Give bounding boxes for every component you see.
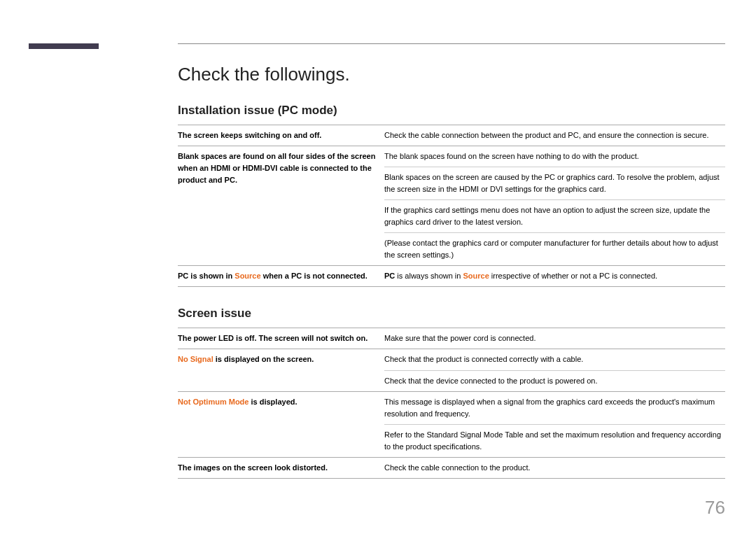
pc-keyword: PC <box>384 272 395 280</box>
issue-label: The images on the screen look distorted. <box>178 462 384 474</box>
solution-text: Check the cable connection to the produc… <box>384 462 725 474</box>
solution-text: (Please contact the graphics card or com… <box>384 232 725 261</box>
table-row: Blank spaces are found on all four sides… <box>178 146 725 265</box>
solution-text: PC is always shown in Source irrespectiv… <box>384 270 725 282</box>
source-keyword: Source <box>463 272 489 280</box>
issue-label: Blank spaces are found on all four sides… <box>178 150 384 261</box>
highlight-keyword: No Signal <box>178 355 214 363</box>
issue-label: No Signal is displayed on the screen. <box>178 353 384 386</box>
issue-label: PC is shown in Source when a PC is not c… <box>178 270 384 282</box>
issue-label: The screen keeps switching on and off. <box>178 129 384 141</box>
section-heading-installation: Installation issue (PC mode) <box>178 104 725 118</box>
highlight-keyword: Not Optimum Mode <box>178 398 248 406</box>
text: is displayed. <box>248 398 297 406</box>
source-keyword: Source <box>234 272 260 280</box>
page-number: 76 <box>705 497 725 519</box>
text: when a PC is not connected. <box>261 272 368 280</box>
solution-text: This message is displayed when a signal … <box>384 396 725 420</box>
text: PC is shown in <box>178 272 234 280</box>
solution-text: Blank spaces on the screen are caused by… <box>384 167 725 195</box>
solution-text: Check that the product is connected corr… <box>384 353 725 365</box>
solution-text: Refer to the Standard Signal Mode Table … <box>384 424 725 453</box>
text: is displayed on the screen. <box>214 355 314 363</box>
issue-solution: Check the cable connection between the p… <box>384 129 725 141</box>
issue-solution: Make sure that the power cord is connect… <box>384 332 725 344</box>
header-accent-bar <box>29 43 99 49</box>
issue-label: The power LED is off. The screen will no… <box>178 332 384 344</box>
solution-text: Make sure that the power cord is connect… <box>384 332 725 344</box>
solution-text: The blank spaces found on the screen hav… <box>384 150 725 162</box>
solution-text: Check that the device connected to the p… <box>384 370 725 387</box>
table-row: Not Optimum Mode is displayed. This mess… <box>178 391 725 457</box>
solution-text: Check the cable connection between the p… <box>384 129 725 141</box>
solution-text: If the graphics card settings menu does … <box>384 199 725 228</box>
issue-solution: Check that the product is connected corr… <box>384 353 725 386</box>
issue-solution: The blank spaces found on the screen hav… <box>384 150 725 261</box>
page-title: Check the followings. <box>178 64 725 85</box>
text: is always shown in <box>395 272 463 280</box>
text: irrespective of whether or not a PC is c… <box>489 272 657 280</box>
section-heading-screen: Screen issue <box>178 307 725 321</box>
table-row: PC is shown in Source when a PC is not c… <box>178 265 725 287</box>
issue-solution: This message is displayed when a signal … <box>384 396 725 453</box>
issue-solution: PC is always shown in Source irrespectiv… <box>384 270 725 282</box>
issue-solution: Check the cable connection to the produc… <box>384 462 725 474</box>
table-row: The screen keeps switching on and off. C… <box>178 125 725 146</box>
table-row: No Signal is displayed on the screen. Ch… <box>178 349 725 391</box>
page-content: Check the followings. Installation issue… <box>178 43 725 479</box>
top-rule <box>178 43 725 44</box>
table-row: The power LED is off. The screen will no… <box>178 328 725 349</box>
issue-label: Not Optimum Mode is displayed. <box>178 396 384 453</box>
table-row: The images on the screen look distorted.… <box>178 457 725 479</box>
